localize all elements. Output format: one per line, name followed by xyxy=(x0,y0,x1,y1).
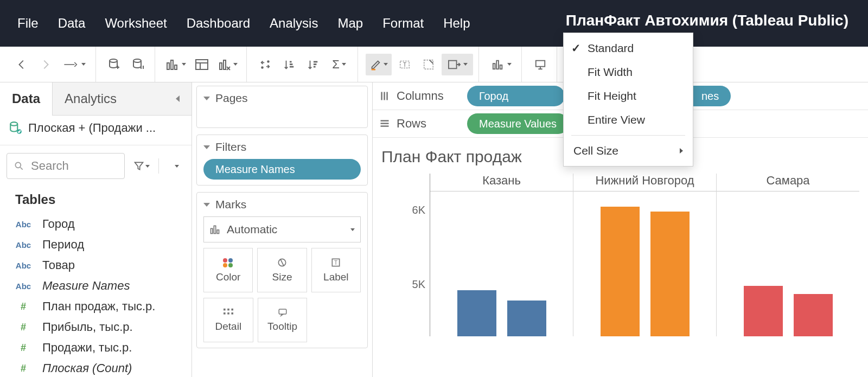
mark-type-select[interactable]: Automatic xyxy=(203,216,361,242)
back-button[interactable] xyxy=(11,54,33,75)
pause-updates-button[interactable] xyxy=(127,54,149,75)
marks-tooltip[interactable]: Tooltip xyxy=(258,298,308,342)
fit-menu-entire-view[interactable]: Entire View xyxy=(564,108,693,132)
filter-pill-measure-names[interactable]: Measure Names xyxy=(203,159,361,180)
svg-point-33 xyxy=(228,263,233,267)
sort-asc-button[interactable] xyxy=(278,54,300,75)
svg-rect-20 xyxy=(493,63,495,69)
tab-analytics[interactable]: Analytics xyxy=(52,82,192,116)
svg-rect-47 xyxy=(381,120,389,122)
svg-rect-39 xyxy=(231,309,233,311)
totals-button[interactable]: Σ xyxy=(326,54,352,75)
hash-icon: # xyxy=(15,301,31,312)
format-workbook-button[interactable] xyxy=(418,54,439,75)
svg-rect-3 xyxy=(171,60,173,69)
field-плоская-count-[interactable]: #Плоская (Count) xyxy=(4,358,187,377)
field-прибыль-тыс-р-[interactable]: #Прибыль, тыс.р. xyxy=(4,317,187,337)
data-pane: Data Analytics Плоская + (Продажи ... Se… xyxy=(0,82,192,377)
svg-rect-27 xyxy=(211,228,213,233)
marks-detail[interactable]: Detail xyxy=(203,298,253,342)
tables-header: Tables xyxy=(0,189,192,214)
toolbar: Σ T ✓Standard Fit Width Fit Height Entir… xyxy=(0,47,868,82)
fit-dropdown-button[interactable] xyxy=(442,54,473,75)
svg-point-32 xyxy=(223,263,227,267)
svg-text:T: T xyxy=(403,61,406,67)
bar[interactable] xyxy=(794,294,833,336)
rows-pill-measure-values[interactable]: Measure Values xyxy=(467,113,569,134)
bar[interactable] xyxy=(744,286,783,336)
bar[interactable] xyxy=(507,301,546,336)
svg-rect-6 xyxy=(220,63,222,69)
svg-rect-38 xyxy=(227,309,229,311)
clear-sheet-button[interactable] xyxy=(215,54,241,75)
field-город[interactable]: AbcГород xyxy=(4,214,187,234)
svg-point-1 xyxy=(133,59,141,62)
abc-icon: Abc xyxy=(15,240,31,250)
field-план-продаж-тыс-р-[interactable]: #План продаж, тыс.р. xyxy=(4,296,187,317)
datasource-icon xyxy=(9,121,23,135)
search-icon xyxy=(14,161,24,171)
bar[interactable] xyxy=(457,290,496,336)
bar[interactable] xyxy=(650,212,690,336)
svg-rect-46 xyxy=(386,92,388,100)
y-tick: 6K xyxy=(412,204,425,216)
check-icon: ✓ xyxy=(571,42,581,55)
menu-map[interactable]: Map xyxy=(328,16,373,31)
sort-desc-button[interactable] xyxy=(302,54,324,75)
undo-redo-button[interactable] xyxy=(59,54,90,75)
size-icon xyxy=(276,257,289,268)
field-период[interactable]: AbcПериод xyxy=(4,234,187,255)
field-measure-names[interactable]: AbcMeasure Names xyxy=(4,276,187,296)
menu-analysis[interactable]: Analysis xyxy=(260,16,328,31)
datasource-row[interactable]: Плоская + (Продажи ... xyxy=(0,116,192,145)
tab-data[interactable]: Data xyxy=(0,82,52,116)
menu-data[interactable]: Data xyxy=(48,16,95,31)
show-labels-button[interactable]: T xyxy=(394,54,416,75)
menu-file[interactable]: File xyxy=(8,16,48,31)
menu-format[interactable]: Format xyxy=(373,16,433,31)
svg-rect-15 xyxy=(314,66,316,67)
show-me-button[interactable] xyxy=(487,54,516,75)
fit-menu-fit-width[interactable]: Fit Width xyxy=(564,60,693,84)
rows-icon xyxy=(379,118,390,129)
field-продажи-тыс-р-[interactable]: #Продажи, тыс.р. xyxy=(4,337,187,358)
chevron-down-icon xyxy=(203,145,210,149)
svg-rect-11 xyxy=(290,63,293,65)
presentation-mode-button[interactable] xyxy=(529,54,551,75)
chart[interactable]: 6K5K КазаньНижний НовгородСамара xyxy=(381,174,859,336)
highlight-button[interactable] xyxy=(366,54,392,75)
svg-rect-28 xyxy=(214,226,215,233)
pages-shelf[interactable]: Pages xyxy=(196,86,368,128)
filters-shelf[interactable]: Filters Measure Names xyxy=(196,135,368,186)
menu-worksheet[interactable]: Worksheet xyxy=(95,16,176,31)
filter-fields-button[interactable] xyxy=(132,157,151,175)
svg-rect-5 xyxy=(196,60,208,69)
city-column: Казань xyxy=(430,174,573,336)
hash-icon: # xyxy=(15,342,31,354)
new-dashboard-button[interactable] xyxy=(191,54,213,75)
marks-label[interactable]: TLabel xyxy=(311,248,361,292)
fit-menu-standard[interactable]: ✓Standard xyxy=(564,36,693,60)
swap-button[interactable] xyxy=(254,54,276,75)
svg-rect-41 xyxy=(227,312,229,315)
city-body xyxy=(430,191,573,336)
svg-point-9 xyxy=(261,67,263,68)
new-worksheet-button[interactable] xyxy=(163,54,189,75)
forward-button[interactable] xyxy=(35,54,56,75)
svg-rect-18 xyxy=(424,60,433,69)
tooltip-icon xyxy=(277,308,289,317)
svg-rect-13 xyxy=(314,61,317,62)
columns-pill-city[interactable]: Город xyxy=(467,86,565,106)
menu-dashboard[interactable]: Dashboard xyxy=(177,16,260,31)
search-input[interactable]: Search xyxy=(7,153,125,179)
fit-menu-fit-height[interactable]: Fit Height xyxy=(564,84,693,108)
marks-size[interactable]: Size xyxy=(257,248,307,292)
field-menu-button[interactable] xyxy=(167,157,185,175)
svg-rect-45 xyxy=(384,92,385,100)
marks-color[interactable]: Color xyxy=(203,248,253,292)
new-datasource-button[interactable] xyxy=(104,54,125,75)
bar[interactable] xyxy=(601,207,640,336)
fit-menu-cell-size[interactable]: Cell Size xyxy=(564,139,693,163)
field-товар[interactable]: AbcТовар xyxy=(4,255,187,276)
menu-help[interactable]: Help xyxy=(433,16,480,31)
